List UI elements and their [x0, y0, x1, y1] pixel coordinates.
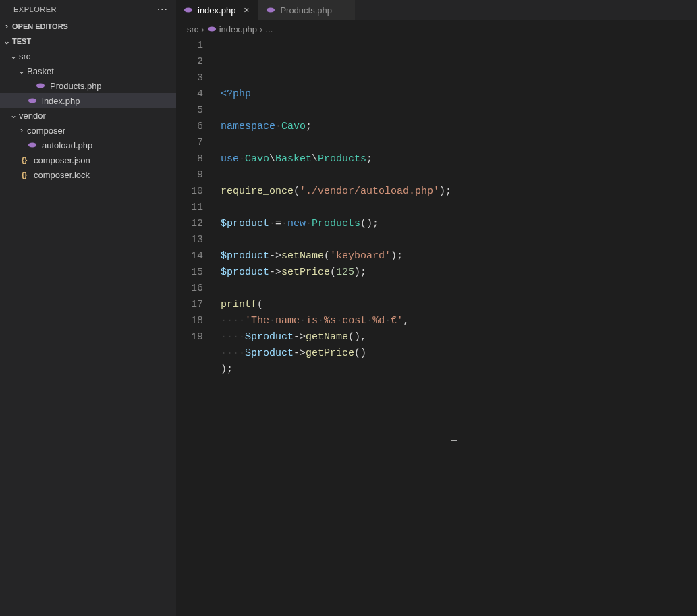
svg-point-2 [28, 143, 36, 148]
tree-file[interactable]: index.php [0, 93, 176, 108]
line-number: 14 [176, 248, 203, 264]
chevron-down-icon: ⌄ [8, 111, 19, 120]
tab-label: Products.php [280, 5, 332, 16]
tree-item-label: composer.lock [34, 170, 176, 180]
line-number: 17 [176, 297, 203, 313]
breadcrumb-item[interactable]: index.php [207, 24, 257, 34]
php-file-icon [27, 95, 38, 106]
tree-item-label: Products.php [50, 81, 176, 91]
line-number: 10 [176, 184, 203, 200]
php-file-icon [265, 5, 276, 16]
chevron-right-icon: › [260, 24, 262, 34]
line-number: 18 [176, 313, 203, 329]
tab-bar: index.php×Products.php [176, 0, 697, 20]
line-number: 13 [176, 232, 203, 248]
tab-label: index.php [198, 5, 235, 16]
line-number: 11 [176, 200, 203, 216]
text-cursor [453, 441, 455, 453]
line-number: 16 [176, 281, 203, 297]
tree-folder[interactable]: ⌄src [0, 49, 176, 63]
tree-item-label: Basket [27, 66, 176, 76]
tree-folder[interactable]: ⌄Basket [0, 63, 176, 78]
code-line[interactable]: $product->setPrice(125); [221, 264, 697, 281]
explorer-header: EXPLORER ··· [0, 0, 176, 19]
line-number: 1 [176, 38, 203, 54]
chevron-right-icon: › [16, 125, 27, 135]
editor[interactable]: 12345678910111213141516171819 <?phpnames… [176, 38, 697, 616]
chevron-down-icon: ⌄ [1, 36, 12, 46]
code-line[interactable] [221, 135, 697, 151]
line-number: 9 [176, 167, 203, 184]
code-line[interactable]: ····$product->getName(), [221, 329, 697, 345]
line-number: 2 [176, 54, 203, 70]
tree-folder[interactable]: ⌄vendor [0, 108, 176, 123]
open-editors-label: OPEN EDITORS [12, 22, 68, 30]
tree-file[interactable]: {}composer.lock [0, 167, 176, 182]
code-line[interactable]: printf( [221, 297, 697, 313]
close-tab-icon[interactable]: × [241, 5, 252, 16]
code-line[interactable] [221, 281, 697, 297]
line-number-gutter: 12345678910111213141516171819 [176, 38, 217, 616]
breadcrumb-item[interactable]: ... [265, 24, 273, 34]
breadcrumbs[interactable]: src›index.php›... [176, 20, 697, 38]
line-number: 12 [176, 216, 203, 232]
line-number: 15 [176, 264, 203, 281]
breadcrumb-item[interactable]: src [187, 24, 198, 34]
more-actions-icon[interactable]: ··· [157, 3, 168, 16]
chevron-right-icon: › [201, 24, 204, 34]
code-line[interactable]: ····$product->getPrice() [221, 345, 697, 362]
tree-item-label: src [19, 51, 176, 61]
editor-group: index.php×Products.php src›index.php›...… [176, 0, 697, 616]
code-line[interactable] [221, 378, 697, 394]
line-number: 19 [176, 329, 203, 345]
tree-item-label: autoload.php [42, 140, 176, 150]
code-line[interactable]: ); [221, 362, 697, 378]
workspace-section[interactable]: ⌄ TEST [0, 34, 176, 49]
code-line[interactable] [221, 167, 697, 184]
tree-item-label: composer [27, 125, 176, 136]
code-line[interactable]: <?php [221, 86, 697, 103]
json-file-icon: {} [19, 155, 30, 165]
line-number: 4 [176, 86, 203, 103]
breadcrumb-label: ... [265, 24, 273, 34]
code-line[interactable] [221, 103, 697, 119]
code-line[interactable] [221, 200, 697, 216]
json-file-icon: {} [19, 169, 30, 180]
explorer-panel: EXPLORER ··· › OPEN EDITORS ⌄ TEST ⌄src⌄… [0, 0, 176, 616]
code-line[interactable]: require_once('./vendor/autoload.php'); [221, 184, 697, 200]
editor-tab[interactable]: Products.php [258, 0, 355, 20]
tree-file[interactable]: {}composer.json [0, 152, 176, 167]
file-tree: ⌄src⌄BasketProducts.phpindex.php⌄vendor›… [0, 49, 176, 182]
code-line[interactable]: $product->setName('keyboard'); [221, 248, 697, 264]
code-line[interactable] [221, 232, 697, 248]
svg-point-4 [267, 8, 275, 13]
php-file-icon [27, 140, 38, 150]
svg-point-5 [208, 27, 216, 32]
code-line[interactable]: namespace·Cavo; [221, 119, 697, 135]
tree-item-label: composer.json [34, 155, 176, 165]
explorer-title: EXPLORER [13, 5, 57, 13]
chevron-right-icon: › [1, 22, 12, 31]
code-line[interactable]: $product·=·new·Products(); [221, 216, 697, 232]
editor-tab[interactable]: index.php× [176, 0, 258, 20]
svg-point-3 [184, 8, 192, 13]
svg-point-1 [28, 99, 36, 103]
line-number: 5 [176, 103, 203, 119]
line-number: 6 [176, 119, 203, 135]
line-number: 3 [176, 70, 203, 86]
code-area[interactable]: <?phpnamespace·Cavo;use·Cavo\Basket\Prod… [217, 38, 697, 616]
svg-point-0 [36, 84, 45, 88]
tree-item-label: index.php [42, 96, 176, 106]
open-editors-section[interactable]: › OPEN EDITORS [0, 19, 176, 34]
chevron-down-icon: ⌄ [8, 51, 19, 61]
tree-item-label: vendor [19, 111, 176, 121]
breadcrumb-label: src [187, 24, 198, 34]
php-file-icon [207, 24, 217, 34]
code-line[interactable]: ····'The·name·is·%s·cost·%d·€', [221, 313, 697, 329]
tree-file[interactable]: autoload.php [0, 138, 176, 152]
line-number: 8 [176, 151, 203, 167]
tree-file[interactable]: Products.php [0, 78, 176, 93]
chevron-down-icon: ⌄ [16, 66, 27, 76]
tree-folder[interactable]: ›composer [0, 123, 176, 138]
code-line[interactable]: use·Cavo\Basket\Products; [221, 151, 697, 167]
